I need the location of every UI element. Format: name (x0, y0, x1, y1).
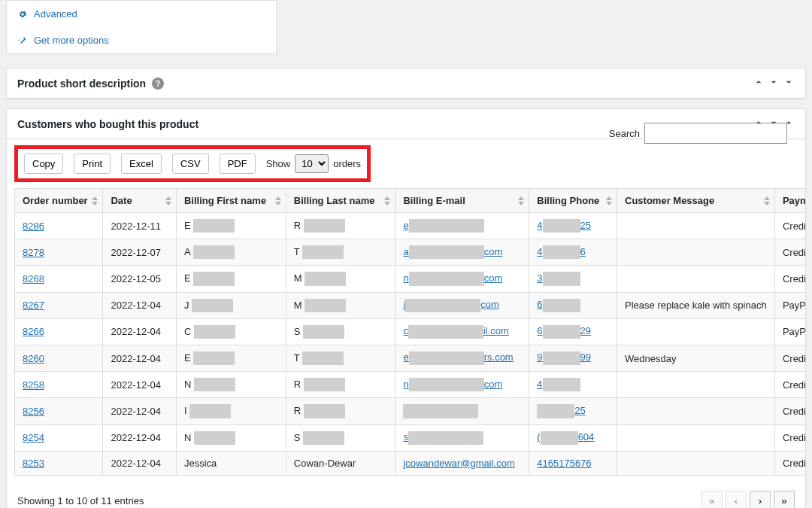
panel-move-up-icon[interactable] (753, 117, 765, 131)
phone-link[interactable]: 4165175676 (537, 458, 591, 469)
table-cell[interactable]: 8260 (15, 345, 103, 371)
pdf-button[interactable]: PDF (220, 154, 256, 174)
table-cell[interactable]: jcowandewar@gmail.com (395, 451, 529, 475)
order-link[interactable]: 8278 (23, 247, 44, 258)
order-link[interactable]: 8258 (23, 379, 44, 391)
table-cell[interactable]: 8266 (15, 318, 103, 345)
email-link[interactable]: s (403, 431, 483, 443)
pager-prev-button[interactable]: ‹ (726, 491, 747, 508)
table-cell[interactable]: 8268 (15, 266, 103, 292)
column-header[interactable]: Date (103, 189, 176, 213)
table-cell[interactable]: s (395, 424, 529, 451)
phone-link[interactable]: 629 (537, 325, 591, 336)
email-link[interactable]: acom (403, 246, 502, 257)
table-cell[interactable]: ncom (395, 266, 529, 292)
phone-link[interactable]: 46 (537, 246, 585, 257)
order-link[interactable]: 8254 (23, 432, 44, 443)
table-cell[interactable]: 8254 (15, 424, 103, 451)
panel-move-down-icon[interactable] (768, 76, 780, 90)
table-cell: 2022-12-05 (103, 266, 176, 292)
column-header[interactable]: Billing Phone (529, 189, 617, 213)
table-cell[interactable]: jcom (395, 292, 529, 318)
table-cell[interactable]: e (395, 213, 529, 239)
phone-link[interactable]: 425 (537, 220, 591, 231)
table-cell: 2022-12-04 (103, 345, 176, 371)
table-cell (617, 372, 775, 398)
table-cell[interactable]: 629 (529, 318, 617, 345)
email-link[interactable]: cil.com (403, 325, 508, 336)
panel-move-up-icon[interactable] (753, 76, 765, 90)
table-cell[interactable]: 8267 (15, 292, 103, 318)
sidebar-item-get-more-options[interactable]: Get more options (7, 27, 276, 53)
column-header[interactable]: Billing First name (176, 189, 286, 213)
page-size-select[interactable]: 10 (295, 154, 329, 173)
order-link[interactable]: 8286 (23, 221, 44, 232)
phone-link[interactable]: 999 (537, 351, 591, 363)
table-cell: R (286, 213, 395, 239)
order-link[interactable]: 8253 (23, 458, 44, 469)
sidebar-item-advanced[interactable]: Advanced (7, 1, 276, 27)
table-cell[interactable]: 25 (529, 398, 617, 424)
table-cell[interactable]: 46 (529, 239, 617, 266)
table-cell: E (176, 345, 286, 371)
order-link[interactable]: 8266 (23, 326, 44, 337)
copy-button[interactable]: Copy (24, 154, 63, 174)
table-cell[interactable]: 8256 (15, 398, 103, 424)
table-cell: PayPal (774, 292, 805, 318)
table-cell[interactable]: 4 (529, 372, 617, 398)
table-cell[interactable]: 3 (529, 266, 617, 292)
table-cell[interactable]: 4165175676 (529, 451, 617, 475)
table-cell[interactable]: 6 (529, 292, 617, 318)
email-link[interactable]: ncom (403, 272, 502, 284)
order-link[interactable]: 8268 (23, 273, 44, 284)
email-link[interactable] (403, 405, 478, 416)
order-link[interactable]: 8256 (23, 406, 44, 417)
phone-link[interactable]: 3 (537, 272, 580, 284)
table-cell[interactable]: 425 (529, 213, 617, 239)
table-cell[interactable] (395, 398, 529, 424)
help-icon[interactable]: ? (152, 78, 164, 90)
table-cell[interactable]: ers.com (395, 345, 529, 371)
pager-next-button[interactable]: › (750, 491, 771, 508)
email-link[interactable]: jcowandewar@gmail.com (403, 458, 514, 469)
csv-button[interactable]: CSV (172, 154, 209, 174)
table-row: 82562022-12-04I R 25Credit Car (15, 398, 806, 424)
table-cell[interactable]: 8253 (15, 451, 103, 475)
print-button[interactable]: Print (74, 154, 111, 174)
table-cell: R (286, 398, 395, 424)
table-row: 82532022-12-04JessicaCowan-Dewarjcowande… (15, 451, 806, 475)
column-header[interactable]: Customer Message (617, 189, 775, 213)
column-header[interactable]: Billing E-mail (395, 189, 529, 213)
column-header[interactable]: Billing Last name (286, 189, 395, 213)
email-link[interactable]: jcom (403, 299, 498, 310)
table-cell[interactable]: acom (395, 239, 529, 266)
table-cell: 2022-12-04 (103, 372, 176, 398)
table-cell[interactable]: cil.com (395, 318, 529, 345)
table-cell[interactable]: 8278 (15, 239, 103, 266)
email-link[interactable]: ncom (403, 379, 502, 390)
highlight-box: Copy Print Excel CSV PDF Show 10 orders (14, 145, 371, 182)
panel-expand-icon[interactable] (783, 117, 795, 131)
table-cell[interactable]: 999 (529, 345, 617, 371)
table-cell: E (176, 266, 286, 292)
pager-first-button[interactable]: « (701, 491, 723, 508)
column-header[interactable]: Order number (15, 189, 103, 213)
panel-move-down-icon[interactable] (768, 117, 780, 131)
table-cell[interactable]: 8286 (15, 213, 103, 239)
excel-button[interactable]: Excel (121, 154, 162, 174)
order-link[interactable]: 8260 (23, 353, 44, 364)
order-link[interactable]: 8267 (23, 300, 44, 311)
phone-link[interactable]: 4 (537, 379, 580, 390)
table-row: 82602022-12-04E T ers.com999WednesdayCre… (15, 345, 806, 371)
table-cell[interactable]: 8258 (15, 372, 103, 398)
phone-link[interactable]: 6 (537, 299, 580, 310)
email-link[interactable]: e (403, 220, 483, 231)
table-cell[interactable]: (604 (529, 424, 617, 451)
column-header[interactable]: Payment (774, 189, 805, 213)
panel-collapse-icon[interactable] (783, 76, 795, 90)
table-cell[interactable]: ncom (395, 372, 529, 398)
phone-link[interactable]: 25 (537, 405, 585, 416)
email-link[interactable]: ers.com (403, 351, 513, 363)
phone-link[interactable]: (604 (537, 431, 594, 443)
pager-last-button[interactable]: » (774, 491, 795, 508)
